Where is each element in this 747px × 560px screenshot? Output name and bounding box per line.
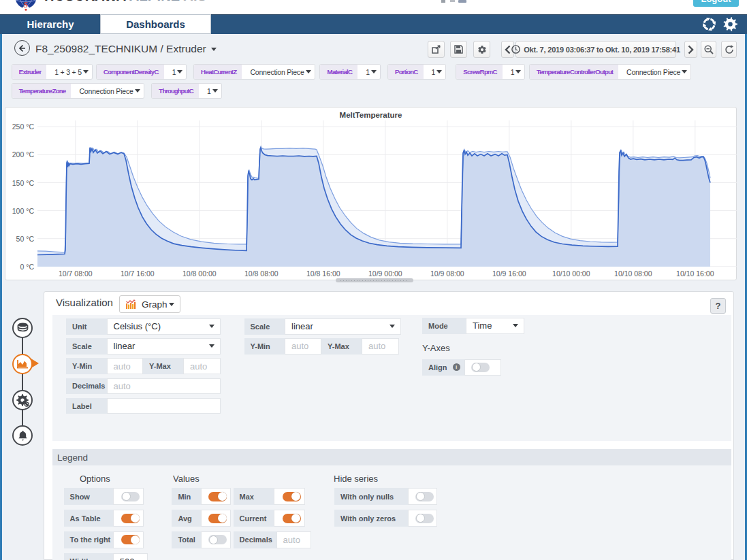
svg-text:S: S <box>24 1 28 9</box>
